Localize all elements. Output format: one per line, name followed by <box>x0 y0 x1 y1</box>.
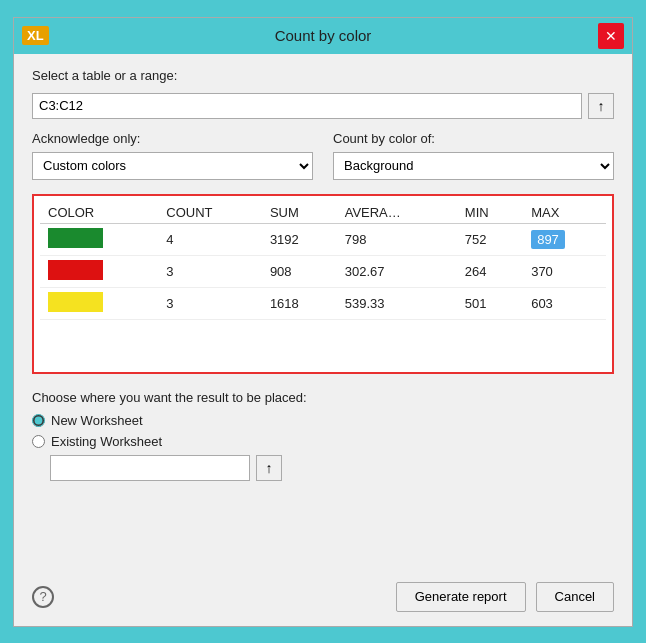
existing-worksheet-label: Existing Worksheet <box>51 434 162 449</box>
color-swatch <box>48 260 103 280</box>
avg-cell: 798 <box>337 223 457 255</box>
location-row: ↑ <box>50 455 614 481</box>
table-header-row: COLOR COUNT SUM AVERA… MIN MAX <box>40 202 606 224</box>
count-cell: 3 <box>158 255 262 287</box>
result-label: Choose where you want the result to be p… <box>32 390 614 405</box>
acknowledge-group: Acknowledge only: Custom colors <box>32 131 313 180</box>
results-table-container: COLOR COUNT SUM AVERA… MIN MAX 431927987… <box>32 194 614 374</box>
countby-label: Count by color of: <box>333 131 614 146</box>
countby-group: Count by color of: Background <box>333 131 614 180</box>
col-header-max: MAX <box>523 202 606 224</box>
generate-report-button[interactable]: Generate report <box>396 582 526 612</box>
acknowledge-label: Acknowledge only: <box>32 131 313 146</box>
avg-cell: 539.33 <box>337 287 457 319</box>
location-input[interactable] <box>50 455 250 481</box>
min-cell: 264 <box>457 255 523 287</box>
dialog-body: Select a table or a range: ↑ Acknowledge… <box>14 54 632 572</box>
col-header-avg: AVERA… <box>337 202 457 224</box>
count-cell: 4 <box>158 223 262 255</box>
table-row: 43192798752897 <box>40 223 606 255</box>
col-header-color: COLOR <box>40 202 158 224</box>
existing-worksheet-option[interactable]: Existing Worksheet <box>32 434 614 449</box>
min-cell: 501 <box>457 287 523 319</box>
new-worksheet-radio[interactable] <box>32 414 45 427</box>
sum-cell: 3192 <box>262 223 337 255</box>
titlebar-left: XL <box>22 26 49 45</box>
location-upload-button[interactable]: ↑ <box>256 455 282 481</box>
color-swatch <box>48 228 103 248</box>
min-cell: 752 <box>457 223 523 255</box>
footer: ? Generate report Cancel <box>14 572 632 626</box>
range-row: ↑ <box>32 93 614 119</box>
result-section: Choose where you want the result to be p… <box>32 390 614 481</box>
close-button[interactable]: ✕ <box>598 23 624 49</box>
table-body: 431927987528973908302.6726437031618539.3… <box>40 223 606 319</box>
acknowledge-select[interactable]: Custom colors <box>32 152 313 180</box>
max-cell: 603 <box>523 287 606 319</box>
sum-cell: 1618 <box>262 287 337 319</box>
count-cell: 3 <box>158 287 262 319</box>
cancel-button[interactable]: Cancel <box>536 582 614 612</box>
col-header-sum: SUM <box>262 202 337 224</box>
titlebar: XL Count by color ✕ <box>14 18 632 54</box>
max-cell: 897 <box>523 223 606 255</box>
max-cell: 370 <box>523 255 606 287</box>
new-worksheet-label: New Worksheet <box>51 413 143 428</box>
avg-cell: 302.67 <box>337 255 457 287</box>
xl-badge: XL <box>22 26 49 45</box>
footer-buttons: Generate report Cancel <box>396 582 614 612</box>
color-cell <box>40 287 158 319</box>
existing-worksheet-radio[interactable] <box>32 435 45 448</box>
range-input[interactable] <box>32 93 582 119</box>
dialog-window: XL Count by color ✕ Select a table or a … <box>13 17 633 627</box>
color-cell <box>40 223 158 255</box>
range-upload-button[interactable]: ↑ <box>588 93 614 119</box>
col-header-count: COUNT <box>158 202 262 224</box>
table-row: 31618539.33501603 <box>40 287 606 319</box>
countby-select[interactable]: Background <box>333 152 614 180</box>
help-icon[interactable]: ? <box>32 586 54 608</box>
sum-cell: 908 <box>262 255 337 287</box>
range-label: Select a table or a range: <box>32 68 614 83</box>
new-worksheet-option[interactable]: New Worksheet <box>32 413 614 428</box>
color-swatch <box>48 292 103 312</box>
dialog-title: Count by color <box>275 27 372 44</box>
table-row: 3908302.67264370 <box>40 255 606 287</box>
results-table: COLOR COUNT SUM AVERA… MIN MAX 431927987… <box>40 202 606 320</box>
dropdowns-row: Acknowledge only: Custom colors Count by… <box>32 131 614 180</box>
color-cell <box>40 255 158 287</box>
col-header-min: MIN <box>457 202 523 224</box>
